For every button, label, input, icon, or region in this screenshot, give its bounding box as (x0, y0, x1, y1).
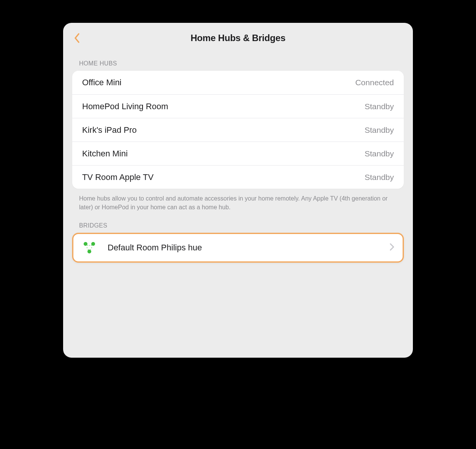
svg-point-5 (91, 245, 92, 246)
svg-point-4 (89, 245, 90, 246)
svg-point-0 (84, 242, 87, 246)
svg-point-9 (90, 249, 91, 250)
hub-status: Connected (355, 78, 394, 87)
bridge-row[interactable]: Default Room Philips hue (72, 233, 404, 263)
hub-status: Standby (365, 149, 394, 158)
svg-point-2 (87, 250, 91, 253)
back-button[interactable] (74, 32, 86, 44)
hub-name: HomePod Living Room (82, 102, 365, 111)
hub-row[interactable]: Office Mini Connected (72, 71, 404, 94)
hub-row[interactable]: Kirk's iPad Pro Standby (72, 118, 404, 142)
hub-status: Standby (365, 102, 394, 111)
hub-row[interactable]: HomePod Living Room Standby (72, 94, 404, 118)
hub-row[interactable]: TV Room Apple TV Standby (72, 165, 404, 189)
hub-name: TV Room Apple TV (82, 172, 365, 182)
bridges-header: BRIDGES (72, 222, 404, 233)
svg-point-3 (87, 245, 88, 246)
hub-name: Kitchen Mini (82, 149, 365, 159)
hub-status: Standby (365, 173, 394, 182)
svg-point-7 (91, 247, 92, 248)
bridge-name: Default Room Philips hue (108, 243, 390, 253)
svg-point-6 (87, 247, 88, 248)
hub-name: Office Mini (82, 78, 355, 88)
home-hubs-header: HOME HUBS (72, 60, 404, 71)
hub-status: Standby (365, 126, 394, 135)
svg-point-1 (91, 242, 95, 246)
settings-panel: Home Hubs & Bridges HOME HUBS Office Min… (63, 23, 413, 358)
home-hubs-list: Office Mini Connected HomePod Living Roo… (72, 71, 404, 189)
hue-bridge-icon (81, 239, 98, 256)
svg-point-8 (88, 249, 89, 250)
hub-name: Kirk's iPad Pro (82, 125, 365, 135)
chevron-left-icon (74, 33, 80, 43)
page-title: Home Hubs & Bridges (190, 33, 286, 43)
panel-header: Home Hubs & Bridges (72, 30, 404, 46)
hub-row[interactable]: Kitchen Mini Standby (72, 142, 404, 165)
home-hubs-caption: Home hubs allow you to control and autom… (72, 189, 404, 222)
chevron-right-icon (390, 243, 394, 252)
